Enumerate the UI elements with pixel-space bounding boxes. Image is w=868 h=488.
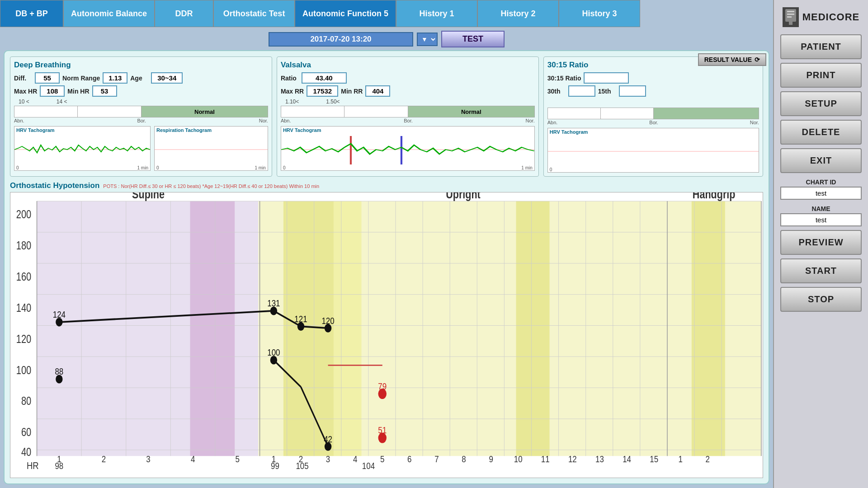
svg-text:100: 100: [16, 364, 31, 377]
tab-autonomic-function[interactable]: Autonomic Function 5: [295, 0, 396, 27]
resp-tachogram-db: Respiration Tachogram 0 1 min: [154, 126, 268, 171]
hrv-tachogram-3015: HRV Tachogram 0: [547, 128, 759, 173]
print-button[interactable]: PRINT: [780, 63, 862, 88]
r-nor-segment: [654, 108, 759, 119]
db-bor-label: Bor.: [137, 118, 146, 123]
ratio-3015-value[interactable]: [584, 72, 629, 84]
svg-rect-113: [787, 14, 794, 15]
age-label: Age: [130, 75, 148, 82]
date-dropdown[interactable]: ▼: [417, 33, 438, 46]
svg-text:3: 3: [326, 454, 330, 464]
tab-history3[interactable]: History 3: [559, 0, 640, 27]
ratio-value[interactable]: [302, 72, 347, 84]
svg-text:8: 8: [462, 454, 466, 464]
start-button[interactable]: START: [780, 258, 862, 283]
svg-rect-114: [787, 16, 792, 18]
svg-text:200: 200: [16, 208, 31, 221]
svg-text:131: 131: [267, 298, 280, 309]
hrv-tachogram-canvas-db: [14, 134, 150, 165]
deep-breathing-hr-row: Max HR Min HR: [14, 85, 268, 97]
svg-text:11: 11: [541, 454, 550, 464]
max-rr-value[interactable]: [307, 85, 338, 97]
diff-label: Diff.: [14, 75, 32, 82]
ratio-3015-row: 30:15 Ratio: [547, 72, 759, 84]
stop-button[interactable]: STOP: [780, 287, 862, 312]
svg-text:4: 4: [191, 454, 195, 464]
hrv-tachogram-db: HRV Tachogram 0 1 min: [14, 126, 151, 171]
svg-rect-22: [516, 201, 550, 456]
hrv-db-label: 0 1 min: [14, 165, 150, 170]
orthostatic-section: Orthostatic Hypotension POTS : Nor(HR Di…: [10, 181, 763, 478]
main-area: DB + BP Autonomic Balance DDR Orthostati…: [0, 0, 773, 488]
norm-range-value[interactable]: [103, 72, 127, 84]
svg-text:100: 100: [267, 347, 280, 358]
svg-text:5: 5: [380, 454, 384, 464]
tab-autonomic-balance[interactable]: Autonomic Balance: [63, 0, 155, 27]
max-rr-label: Max RR: [281, 88, 304, 95]
r-abn-segment: [548, 108, 601, 119]
ratio-3015-panel: RESULT VALUE ⟳ 30:15 Ratio 30:15 Ratio 3…: [543, 56, 763, 177]
v-nor-segment: Normal: [408, 106, 534, 117]
svg-text:1: 1: [272, 454, 276, 464]
svg-text:9: 9: [489, 454, 493, 464]
30th-value[interactable]: [568, 85, 595, 97]
svg-rect-19: [190, 201, 235, 456]
svg-text:40: 40: [21, 446, 31, 459]
v-hint1: 1.10<: [285, 99, 299, 105]
svg-text:1: 1: [678, 454, 682, 464]
svg-text:12: 12: [568, 454, 577, 464]
svg-rect-115: [789, 22, 793, 25]
sidebar: MEDICORE PATIENT PRINT SETUP DELETE EXIT…: [773, 0, 868, 488]
svg-text:120: 120: [16, 333, 31, 346]
hrv-tachogram-canvas-v: [281, 134, 534, 165]
v-hint2: 1.50<: [326, 99, 340, 105]
orthostatic-chart: 200 180 160 140 120 100 80 60 40: [10, 192, 763, 478]
valsalva-panel: Valsalva Ratio Max RR Min RR 1.10< 1.50<: [277, 56, 539, 177]
resp-tachogram-canvas: [155, 134, 268, 165]
r-nor-label: Nor.: [750, 120, 759, 125]
valsalva-rr-row: Max RR Min RR: [281, 85, 535, 97]
v-bor-label: Bor.: [404, 118, 413, 123]
15th-value[interactable]: [619, 85, 646, 97]
tab-ddr[interactable]: DDR: [155, 0, 213, 27]
min-hr-value[interactable]: [92, 85, 117, 97]
delete-button[interactable]: DELETE: [780, 120, 862, 145]
diff-value[interactable]: [35, 72, 60, 84]
max-hr-value[interactable]: [40, 85, 65, 97]
tab-db-bp[interactable]: DB + BP: [0, 0, 63, 27]
svg-text:160: 160: [16, 271, 31, 283]
v-nor-label: Nor.: [526, 118, 535, 123]
svg-text:15: 15: [650, 454, 658, 464]
db-bor-segment: [78, 106, 141, 117]
deep-breathing-diff-row: Diff. Norm Range Age: [14, 72, 268, 84]
name-input[interactable]: [780, 213, 862, 226]
content-area: ▼ TEST Deep Breathing Diff. Norm Range A…: [0, 27, 773, 488]
svg-text:2: 2: [102, 454, 106, 464]
svg-text:Upright: Upright: [446, 192, 481, 201]
date-input[interactable]: [269, 32, 413, 47]
test-button[interactable]: TEST: [441, 31, 505, 47]
result-value-button[interactable]: RESULT VALUE ⟳: [698, 53, 766, 66]
svg-text:79: 79: [378, 381, 387, 391]
svg-text:10: 10: [514, 454, 523, 464]
top-section: Deep Breathing Diff. Norm Range Age Max …: [10, 56, 763, 177]
exit-button[interactable]: EXIT: [780, 148, 862, 173]
setup-button[interactable]: SETUP: [780, 91, 862, 116]
db-abn-segment: [14, 106, 78, 117]
tab-history2[interactable]: History 2: [477, 0, 559, 27]
tab-orthostatic-test[interactable]: Orthostatic Test: [213, 0, 295, 27]
svg-text:140: 140: [16, 302, 31, 314]
tab-history1[interactable]: History 1: [396, 0, 477, 27]
patient-button[interactable]: PATIENT: [780, 34, 862, 59]
age-value[interactable]: [151, 72, 183, 84]
chart-id-input[interactable]: [780, 187, 862, 200]
svg-text:6: 6: [407, 454, 411, 464]
svg-text:7: 7: [434, 454, 439, 464]
preview-button[interactable]: PREVIEW: [780, 230, 862, 255]
hrv-tachogram-canvas-r: [548, 136, 759, 167]
db-hint1: 10 <: [19, 99, 29, 105]
min-rr-value[interactable]: [365, 85, 390, 97]
brand-row: MEDICORE: [783, 7, 860, 27]
name-section: NAME: [780, 205, 862, 226]
svg-text:4: 4: [353, 454, 358, 464]
